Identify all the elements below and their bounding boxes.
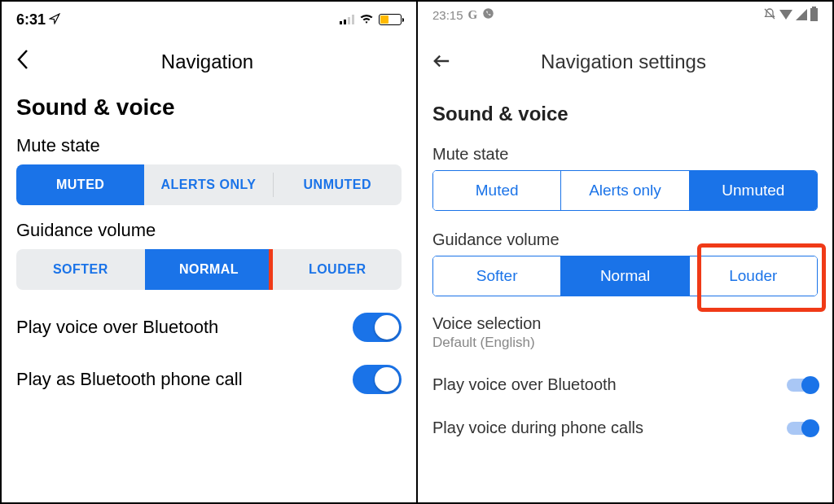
wifi-icon — [359, 11, 374, 28]
voice-selection-value: Default (English) — [432, 335, 818, 351]
guidance-option-softer[interactable]: Softer — [433, 256, 561, 296]
android-header: Navigation settings — [432, 36, 818, 88]
android-status-bar: 23:15 G — [432, 2, 818, 24]
play-voice-bluetooth-toggle[interactable] — [353, 313, 402, 342]
guidance-option-louder[interactable]: Louder — [690, 256, 817, 296]
play-as-phonecall-label: Play as Bluetooth phone call — [16, 369, 243, 390]
mute-option-unmuted[interactable]: Unmuted — [690, 171, 817, 210]
play-voice-phonecalls-toggle[interactable] — [787, 422, 818, 435]
mute-state-label: Mute state — [16, 135, 402, 156]
mute-option-unmuted[interactable]: UNMUTED — [274, 164, 402, 205]
mute-option-muted[interactable]: Muted — [433, 171, 561, 210]
mute-state-label: Mute state — [432, 145, 818, 164]
mute-state-segmented: Muted Alerts only Unmuted — [432, 170, 818, 211]
ios-header: Navigation — [16, 37, 402, 86]
voice-selection-label: Voice selection — [432, 314, 818, 333]
ios-pane: 6:31 Navigation Sound & voice Mute state — [2, 2, 418, 502]
play-voice-bluetooth-row: Play voice over Bluetooth — [432, 375, 818, 394]
guidance-volume-label: Guidance volume — [432, 230, 818, 249]
guidance-option-normal[interactable]: NORMAL — [145, 249, 274, 290]
guidance-volume-segmented: Softer Normal Louder — [432, 256, 818, 296]
network-icon — [796, 9, 807, 20]
android-pane: 23:15 G Navigation settings Sound & — [418, 2, 832, 502]
guidance-volume-segmented: SOFTER NORMAL LOUDER — [16, 249, 402, 290]
google-icon: G — [468, 8, 478, 22]
back-icon[interactable] — [432, 50, 450, 75]
guidance-option-softer[interactable]: SOFTER — [16, 249, 145, 290]
signal-icon — [779, 10, 792, 20]
section-sound-voice: Sound & voice — [432, 103, 818, 125]
play-voice-phonecalls-label: Play voice during phone calls — [432, 419, 643, 437]
battery-icon — [379, 14, 402, 25]
play-voice-bluetooth-row: Play voice over Bluetooth — [16, 313, 402, 342]
play-voice-bluetooth-label: Play voice over Bluetooth — [16, 317, 218, 338]
battery-icon — [810, 8, 818, 21]
guidance-option-louder[interactable]: LOUDER — [273, 249, 402, 290]
cell-signal-icon — [340, 15, 354, 24]
mute-option-alerts[interactable]: Alerts only — [561, 171, 689, 210]
guidance-volume-label: Guidance volume — [16, 220, 402, 241]
mute-option-alerts[interactable]: ALERTS ONLY — [144, 164, 272, 205]
voice-selection-row[interactable]: Voice selection Default (English) — [432, 314, 818, 351]
play-voice-bluetooth-toggle[interactable] — [787, 379, 818, 392]
page-title: Navigation — [29, 50, 385, 73]
back-icon[interactable] — [16, 49, 29, 76]
play-as-phonecall-row: Play as Bluetooth phone call — [16, 365, 402, 394]
location-icon — [49, 11, 60, 28]
svg-point-0 — [483, 8, 494, 19]
play-voice-phonecalls-row: Play voice during phone calls — [432, 419, 818, 437]
ios-time: 6:31 — [16, 11, 46, 28]
play-voice-bluetooth-label: Play voice over Bluetooth — [432, 375, 617, 394]
mute-option-muted[interactable]: MUTED — [16, 164, 144, 205]
phone-icon — [482, 7, 494, 22]
ios-status-bar: 6:31 — [16, 2, 402, 37]
play-as-phonecall-toggle[interactable] — [353, 365, 402, 394]
mute-state-segmented: MUTED ALERTS ONLY UNMUTED — [16, 164, 402, 205]
android-time: 23:15 — [432, 8, 463, 22]
section-sound-voice: Sound & voice — [16, 94, 402, 121]
guidance-option-normal[interactable]: Normal — [561, 256, 689, 296]
do-not-disturb-icon — [763, 7, 776, 23]
page-title: Navigation settings — [450, 50, 797, 73]
